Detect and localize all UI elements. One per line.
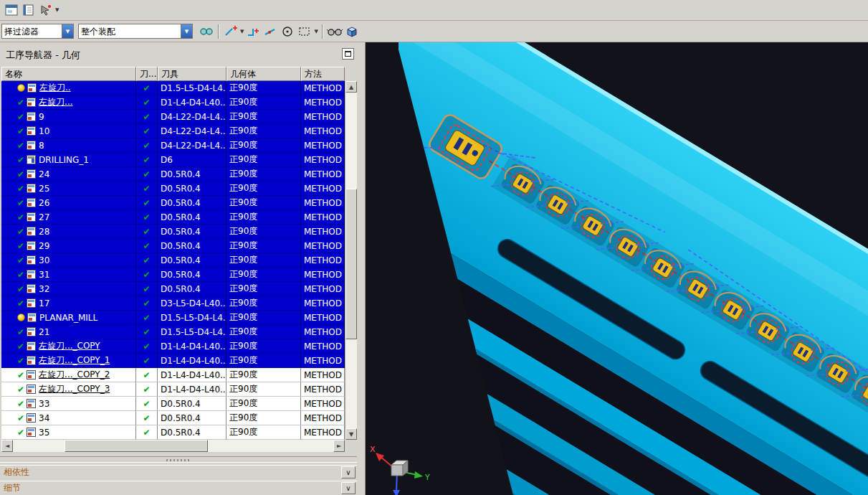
vertical-scroll-thumb[interactable] — [345, 189, 357, 339]
horizontal-scrollbar[interactable]: ◄ ► — [1, 440, 345, 452]
table-row[interactable]: ✔17✔D3-L5-D4-L40...正90度METHOD — [1, 296, 345, 311]
shaded-cube-icon[interactable] — [344, 23, 360, 40]
operation-icon — [27, 241, 36, 250]
scroll-right-arrow[interactable]: ► — [333, 440, 345, 452]
tool-cell: D1-L4-D4-L40... — [158, 382, 226, 397]
toolpath-status-cell: ✔ — [136, 138, 158, 153]
chevron-down-icon[interactable]: ▼ — [181, 24, 192, 38]
selection-scope-combo[interactable]: 整个装配 ▼ — [78, 24, 193, 39]
table-row[interactable]: ✔33✔D0.5R0.4正90度METHOD — [1, 397, 345, 411]
toolpath-status-cell: ✔ — [136, 95, 158, 110]
tool-cell: D0.5R0.4 — [158, 253, 226, 268]
operation-icon — [27, 313, 37, 322]
horizontal-scroll-thumb[interactable] — [65, 440, 208, 452]
menu-tool-icon[interactable] — [38, 1, 54, 19]
tool-cell: D0.5R0.4 — [158, 167, 226, 182]
chevron-down-icon[interactable]: ▼ — [314, 29, 318, 34]
column-header-toolpath[interactable]: 刀... — [136, 67, 158, 81]
column-header-method[interactable]: 方法 — [301, 67, 345, 81]
expand-details-button[interactable]: ∨ — [341, 482, 356, 494]
check-ok-icon: ✔ — [17, 414, 24, 423]
operation-icon — [27, 284, 36, 293]
table-row[interactable]: ✔28✔D0.5R0.4正90度METHOD — [1, 225, 345, 239]
graphics-window[interactable]: X Y Z — [366, 42, 868, 495]
panel-splitter[interactable] — [0, 456, 357, 463]
vertical-scrollbar[interactable]: ▲ ▼ — [345, 81, 357, 440]
check-ok-icon: ✔ — [17, 400, 24, 408]
name-cell: ✔29 — [1, 239, 136, 253]
dependencies-section[interactable]: 相依性 ∨ — [0, 465, 357, 479]
table-row[interactable]: ✔左旋刀...✔D1-L4-D4-L40...正90度METHOD — [1, 95, 345, 110]
drill-operation-icon — [27, 155, 36, 164]
scroll-left-arrow[interactable]: ◄ — [1, 440, 13, 452]
check-ok-icon: ✔ — [17, 113, 24, 121]
table-row[interactable]: ✔29✔D0.5R0.4正90度METHOD — [1, 239, 345, 253]
dependencies-label: 相依性 — [0, 466, 29, 478]
table-row[interactable]: PLANAR_MILL✔D1.5-L5-D4-L4...正90度METHOD — [1, 311, 345, 325]
details-section[interactable]: 细节 ∨ — [0, 481, 357, 495]
method-cell: METHOD — [301, 368, 345, 382]
table-row[interactable]: ✔左旋刀..._COPY✔D1-L4-D4-L40...正90度METHOD — [1, 339, 345, 354]
name-cell: ✔左旋刀... — [1, 95, 136, 110]
snap-midpoint-icon[interactable] — [262, 23, 278, 40]
chevron-down-icon[interactable]: ▼ — [240, 29, 244, 34]
journal-icon[interactable] — [21, 1, 37, 19]
table-row[interactable]: ✔35✔D0.5R0.4正90度METHOD — [1, 425, 345, 440]
toolbar-overflow-caret[interactable]: ▼ — [55, 7, 59, 13]
name-cell: ✔28 — [1, 225, 136, 239]
toolpath-status-cell: ✔ — [136, 354, 158, 368]
table-row[interactable]: ✔左旋刀..._COPY_1✔D1-L4-D4-L40...正90度METHOD — [1, 354, 345, 368]
table-row[interactable]: ✔10✔D4-L22-D4-L4...正90度METHOD — [1, 124, 345, 138]
snap-point-icon[interactable] — [223, 23, 239, 40]
table-row[interactable]: ✔27✔D0.5R0.4正90度METHOD — [1, 210, 345, 225]
column-header-tool[interactable]: 刀具 — [158, 67, 226, 81]
screen-layout-icon[interactable] — [4, 1, 19, 19]
interpart-link-icon[interactable] — [199, 23, 214, 40]
check-ok-icon: ✔ — [17, 256, 24, 265]
selection-filter-combo[interactable]: 择过滤器 ▼ — [1, 24, 74, 39]
table-row[interactable]: ✔21✔D1.5-L5-D4-L4...正90度METHOD — [1, 325, 345, 339]
table-row[interactable]: ✔26✔D0.5R0.4正90度METHOD — [1, 196, 345, 210]
toolpath-status-cell: ✔ — [136, 397, 158, 411]
table-row[interactable]: 左旋刀..✔D1.5-L5-D4-L4...正90度METHOD — [1, 81, 345, 95]
rectangle-select-icon[interactable] — [297, 23, 313, 40]
undock-panel-button[interactable] — [342, 48, 354, 60]
geometry-cell: 正90度 — [226, 167, 301, 182]
operation-icon — [27, 341, 36, 351]
column-header-name[interactable]: 名称 — [1, 67, 136, 81]
name-cell: ✔左旋刀..._COPY_3 — [1, 382, 136, 397]
method-cell: METHOD — [301, 124, 345, 138]
table-row[interactable]: ✔25✔D0.5R0.4正90度METHOD — [1, 182, 345, 196]
column-header-geometry[interactable]: 几何体 — [226, 67, 301, 81]
check-ok-icon: ✔ — [17, 270, 24, 279]
table-row[interactable]: ✔左旋刀..._COPY_3✔D1-L4-D4-L40...正90度METHOD — [1, 382, 345, 397]
chevron-down-icon[interactable]: ▼ — [62, 24, 73, 38]
table-row[interactable]: ✔DRILLING_1✔D6正90度METHOD — [1, 153, 345, 167]
point-dialog-icon[interactable] — [280, 23, 295, 40]
table-row[interactable]: ✔32✔D0.5R0.4正90度METHOD — [1, 282, 345, 296]
scroll-down-arrow[interactable]: ▼ — [345, 428, 357, 440]
operation-icon — [27, 413, 36, 423]
table-row[interactable]: ✔8✔D4-L22-D4-L4...正90度METHOD — [1, 138, 345, 153]
check-ok-icon: ✔ — [143, 242, 150, 250]
toolpath-status-cell: ✔ — [136, 153, 158, 167]
snap-endpoint-icon[interactable] — [245, 23, 261, 40]
table-row[interactable]: ✔左旋刀..._COPY_2✔D1-L4-D4-L40...正90度METHOD — [1, 368, 345, 382]
check-ok-icon: ✔ — [17, 156, 24, 164]
check-ok-icon: ✔ — [143, 256, 150, 265]
preview-glasses-icon[interactable] — [327, 23, 343, 40]
table-row[interactable]: ✔24✔D0.5R0.4正90度METHOD — [1, 167, 345, 182]
check-ok-icon: ✔ — [17, 342, 24, 351]
operation-icon — [27, 270, 36, 279]
check-ok-icon: ✔ — [17, 184, 24, 193]
toolpath-status-cell: ✔ — [136, 210, 158, 225]
check-ok-icon: ✔ — [143, 170, 150, 179]
method-cell: METHOD — [301, 382, 345, 397]
scroll-up-arrow[interactable]: ▲ — [345, 81, 357, 93]
table-row[interactable]: ✔31✔D0.5R0.4正90度METHOD — [1, 268, 345, 282]
expand-dependencies-button[interactable]: ∨ — [341, 466, 356, 478]
main-toolbar: ▼ — [0, 0, 868, 21]
table-row[interactable]: ✔34✔D0.5R0.4正90度METHOD — [1, 411, 345, 425]
table-row[interactable]: ✔30✔D0.5R0.4正90度METHOD — [1, 253, 345, 268]
table-row[interactable]: ✔9✔D4-L22-D4-L4...正90度METHOD — [1, 110, 345, 124]
